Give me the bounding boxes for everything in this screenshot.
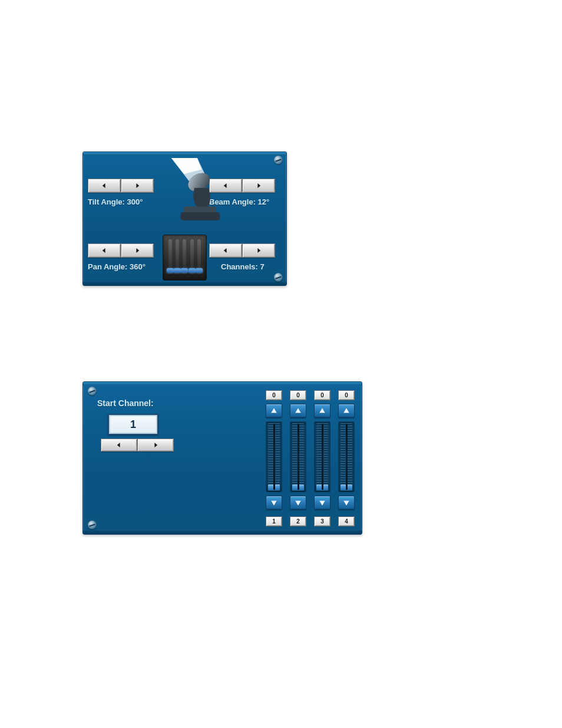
svg-marker-1 — [136, 183, 139, 188]
beam-angle-control: Beam Angle: 12° — [209, 179, 286, 206]
fader-down-button[interactable] — [314, 496, 330, 510]
svg-marker-22 — [343, 408, 349, 413]
svg-marker-5 — [136, 248, 139, 253]
mixer-thumbnail-icon — [163, 235, 207, 281]
svg-rect-13 — [180, 212, 220, 220]
panel-bevel — [83, 152, 286, 156]
fader-knob[interactable] — [316, 484, 329, 491]
start-channel-label: Start Channel: — [97, 398, 154, 408]
svg-marker-9 — [171, 158, 201, 174]
fader-knob[interactable] — [267, 484, 280, 491]
fader-index-label: 3 — [314, 516, 330, 526]
svg-marker-3 — [257, 183, 260, 188]
fader-value-display: 0 — [290, 390, 306, 400]
tilt-angle-label: Tilt Angle: 300° — [88, 197, 164, 206]
fader-track[interactable] — [290, 421, 306, 492]
svg-rect-12 — [184, 206, 216, 215]
fader-column: 03 — [313, 390, 332, 526]
start-channel-control: Start Channel: 1 — [95, 398, 189, 452]
svg-marker-23 — [343, 500, 349, 505]
fader-column: 02 — [289, 390, 308, 526]
screw-icon — [88, 387, 97, 396]
channels-control: Channels: 7 — [209, 243, 286, 271]
fader-up-button[interactable] — [290, 404, 306, 418]
fader-knob[interactable] — [340, 484, 353, 491]
fader-index-label: 2 — [290, 516, 306, 526]
channel-faders-panel: Start Channel: 1 01020304050607 — [82, 381, 362, 535]
fader-index-label: 4 — [338, 516, 355, 526]
svg-marker-8 — [171, 158, 206, 182]
fader-column: 01 — [265, 390, 283, 526]
fixture-params-panel: Tilt Angle: 300° Beam Angle: 12° Pan Ang… — [82, 151, 287, 286]
svg-marker-18 — [295, 408, 301, 413]
svg-marker-16 — [271, 408, 277, 413]
fader-track[interactable] — [266, 421, 282, 492]
svg-marker-6 — [224, 248, 227, 253]
tilt-decrease-button[interactable] — [88, 179, 121, 193]
beam-decrease-button[interactable] — [209, 179, 242, 193]
fader-value-display: 0 — [266, 390, 282, 400]
fader-column: 04 — [337, 390, 356, 526]
svg-marker-15 — [154, 443, 157, 447]
svg-marker-4 — [103, 248, 105, 253]
svg-marker-14 — [117, 443, 120, 447]
fader-bank: 01020304050607 — [265, 390, 362, 526]
panel-bevel — [83, 282, 286, 285]
channels-decrease-button[interactable] — [209, 243, 242, 258]
svg-marker-19 — [295, 500, 301, 505]
panel-bevel — [83, 382, 362, 386]
channels-label: Channels: 7 — [221, 262, 286, 271]
svg-marker-21 — [319, 500, 325, 505]
tilt-increase-button[interactable] — [121, 179, 154, 193]
panel-bevel — [83, 531, 362, 534]
fader-up-button[interactable] — [314, 404, 330, 418]
start-channel-increase-button[interactable] — [137, 439, 174, 452]
start-channel-display: 1 — [108, 414, 158, 435]
fader-down-button[interactable] — [338, 496, 355, 510]
beam-angle-label: Beam Angle: 12° — [209, 197, 286, 206]
svg-marker-7 — [257, 248, 260, 253]
fader-knob[interactable] — [292, 484, 305, 491]
svg-marker-0 — [103, 183, 105, 188]
svg-marker-20 — [319, 408, 325, 413]
pan-angle-control: Pan Angle: 360° — [88, 243, 164, 271]
fader-up-button[interactable] — [266, 404, 282, 418]
pan-angle-label: Pan Angle: 360° — [88, 262, 164, 271]
fader-down-button[interactable] — [266, 496, 282, 510]
svg-marker-17 — [271, 500, 277, 505]
fader-up-button[interactable] — [338, 404, 355, 418]
fader-track[interactable] — [338, 421, 355, 492]
fader-index-label: 1 — [266, 516, 282, 526]
svg-marker-2 — [224, 183, 227, 188]
beam-increase-button[interactable] — [242, 179, 275, 193]
pan-decrease-button[interactable] — [88, 243, 121, 258]
fader-down-button[interactable] — [290, 496, 306, 510]
fader-value-display: 0 — [314, 390, 330, 400]
channels-increase-button[interactable] — [242, 243, 275, 258]
fader-value-display: 0 — [338, 390, 355, 400]
fader-track[interactable] — [314, 421, 330, 492]
screw-icon — [274, 273, 283, 282]
fader-column: 05 — [361, 390, 362, 526]
tilt-angle-control: Tilt Angle: 300° — [88, 179, 164, 206]
pan-increase-button[interactable] — [121, 243, 154, 258]
start-channel-decrease-button[interactable] — [101, 439, 137, 452]
screw-icon — [274, 156, 283, 164]
screw-icon — [88, 521, 97, 529]
